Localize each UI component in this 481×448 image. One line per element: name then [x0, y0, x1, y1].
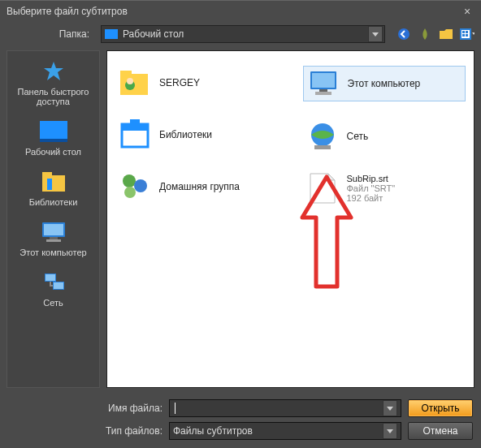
svg-rect-35: [314, 145, 331, 149]
svg-rect-13: [44, 224, 63, 235]
sidebar-item-label: Этот компьютер: [9, 248, 98, 257]
bottom-panel: Имя файла: Открыть Тип файлов: Файлы суб…: [0, 394, 481, 448]
svg-rect-31: [312, 73, 335, 88]
svg-rect-7: [40, 121, 67, 139]
libraries-icon: [39, 170, 68, 194]
svg-point-27: [123, 174, 136, 187]
file-item-name: Этот компьютер: [348, 78, 421, 89]
file-item-type: Файл "SRT": [347, 183, 396, 193]
sidebar-item-label: Рабочий стол: [9, 147, 98, 157]
folder-label: Папка:: [6, 28, 96, 40]
svg-rect-10: [42, 172, 52, 177]
svg-rect-15: [46, 239, 61, 242]
file-open-dialog: Выберите файл субтитров × Папка: Рабочий…: [0, 0, 481, 448]
svg-point-0: [398, 28, 410, 40]
file-item-name: Библиотеки: [159, 129, 212, 140]
new-folder-icon[interactable]: [439, 27, 453, 41]
file-item-subrip[interactable]: SubRip.srt Файл "SRT" 192 байт: [303, 171, 466, 205]
filetype-value: Файлы субтитров: [173, 425, 253, 437]
homegroup-icon: [119, 171, 151, 202]
close-icon[interactable]: ×: [460, 5, 474, 18]
view-menu-icon[interactable]: [460, 27, 474, 41]
svg-rect-14: [50, 237, 58, 239]
file-item-name: SubRip.srt: [347, 174, 396, 183]
file-item-name: Домашняя группа: [159, 181, 240, 192]
file-item-size: 192 байт: [347, 193, 396, 203]
chevron-down-icon[interactable]: [383, 423, 397, 439]
dialog-title: Выберите файл субтитров: [6, 6, 128, 17]
file-item-libraries[interactable]: Библиотеки: [115, 118, 279, 152]
file-item-network[interactable]: Сеть: [303, 119, 466, 153]
file-item-name: Сеть: [347, 131, 369, 142]
filename-input[interactable]: [169, 399, 401, 417]
computer-icon: [307, 68, 340, 99]
svg-rect-5: [462, 34, 465, 37]
svg-point-28: [134, 179, 147, 192]
svg-rect-4: [466, 31, 468, 33]
open-button[interactable]: Открыть: [408, 399, 473, 417]
filetype-select[interactable]: Файлы субтитров: [169, 422, 401, 440]
chevron-down-icon[interactable]: [383, 400, 397, 416]
filename-label: Имя файла:: [8, 403, 162, 414]
file-list[interactable]: SERGEY Библиотеки Домашняя группа: [106, 50, 474, 388]
file-item-name: SERGEY: [159, 77, 200, 88]
svg-rect-19: [54, 282, 63, 289]
svg-rect-3: [462, 31, 465, 33]
places-sidebar: Панель быстрого доступа Рабочий стол Биб…: [6, 50, 100, 388]
titlebar: Выберите файл субтитров ×: [0, 0, 481, 21]
user-folder-icon: [119, 67, 151, 98]
sidebar-item-label: Панель быстрого доступа: [9, 87, 98, 106]
back-icon[interactable]: [396, 27, 411, 41]
globe-icon: [306, 121, 339, 152]
filetype-label: Тип файлов:: [8, 425, 162, 437]
folder-row: Папка: Рабочий стол: [0, 21, 481, 47]
svg-rect-33: [315, 92, 332, 95]
desktop-icon: [39, 119, 68, 144]
chevron-down-icon[interactable]: [368, 26, 383, 42]
svg-point-23: [127, 78, 133, 84]
file-item-homegroup[interactable]: Домашняя группа: [115, 170, 279, 204]
sidebar-item-desktop[interactable]: Рабочий стол: [7, 116, 99, 165]
svg-point-29: [124, 187, 136, 198]
computer-icon: [39, 220, 68, 244]
sidebar-item-label: Библиотеки: [9, 197, 98, 207]
desktop-icon: [105, 29, 118, 39]
sidebar-item-label: Сеть: [9, 298, 98, 308]
file-item-user[interactable]: SERGEY: [115, 66, 279, 100]
sidebar-item-libraries[interactable]: Библиотеки: [7, 166, 99, 215]
libraries-icon: [119, 119, 151, 150]
folder-value: Рабочий стол: [123, 28, 363, 40]
svg-rect-25: [122, 124, 148, 131]
sidebar-item-quick-access[interactable]: Панель быстрого доступа: [7, 56, 99, 114]
svg-rect-11: [47, 179, 52, 190]
svg-rect-26: [130, 119, 140, 124]
network-icon: [39, 270, 68, 295]
svg-rect-6: [466, 34, 468, 37]
sidebar-item-network[interactable]: Сеть: [7, 267, 99, 316]
folder-select[interactable]: Рабочий стол: [101, 25, 385, 43]
svg-rect-21: [120, 71, 132, 75]
svg-rect-32: [319, 89, 327, 92]
cancel-button[interactable]: Отмена: [408, 422, 473, 440]
svg-rect-9: [42, 175, 65, 192]
sidebar-item-this-pc[interactable]: Этот компьютер: [7, 217, 99, 265]
star-icon: [39, 59, 68, 84]
svg-rect-17: [46, 274, 55, 281]
document-icon: [306, 173, 339, 204]
file-item-this-pc[interactable]: Этот компьютер: [303, 66, 466, 101]
up-icon[interactable]: [418, 27, 432, 41]
svg-rect-8: [40, 139, 67, 142]
nav-toolbar: [396, 27, 474, 41]
